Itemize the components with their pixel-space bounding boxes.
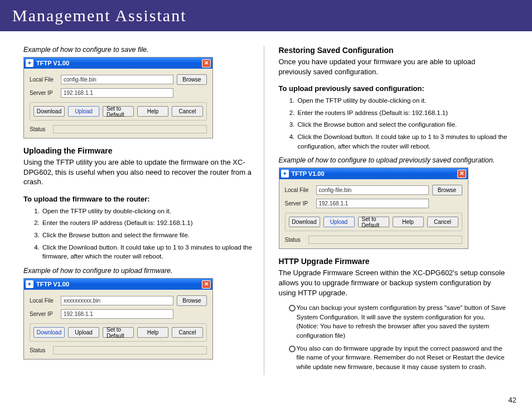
list-item: Click the Download button. It could take… [41,243,254,261]
heading-uploading-firmware: Uploading the Firmware [23,146,254,155]
page-number: 42 [509,396,516,404]
caption-upload-firmware: Example of how to configure to upload fi… [23,267,254,275]
browse-button[interactable]: Browse [177,295,207,306]
upload-button[interactable]: Upload [68,327,99,338]
left-column: Example of how to configure to save file… [23,46,264,375]
download-button[interactable]: Download [289,217,320,227]
list-item: You also can do firmware upgrade by inpu… [289,344,509,372]
steps-upload-firmware: Open the TFTP utility by double-clicking… [23,207,254,261]
app-icon [26,280,33,288]
tftp-dialog-upload-fw: TFTP V1.00 ✕ Local File Browse Server IP… [23,278,213,360]
download-button[interactable]: Download [33,327,65,338]
local-file-input[interactable] [316,185,429,195]
dialog-titlebar: TFTP V1.00 ✕ [279,168,468,179]
dialog-title: TFTP V1.00 [292,170,325,177]
status-label: Status [285,237,305,243]
right-column: Restoring Saved Configuration Once you h… [275,46,509,375]
server-ip-label: Server IP [30,311,57,317]
help-button[interactable]: Help [137,327,168,338]
local-file-label: Local File [30,298,57,304]
status-label: Status [30,126,50,132]
text-http-upgrade: The Upgrade Firmware Screen within the X… [279,268,509,298]
close-icon[interactable]: ✕ [202,280,211,289]
local-file-label: Local File [30,76,57,83]
cancel-button[interactable]: Cancel [427,217,458,227]
status-bar [308,236,462,244]
dialog-title: TFTP V1.00 [36,281,69,288]
close-icon[interactable]: ✕ [457,170,466,178]
text-uploading-firmware: Using the TFTP utility you are able to u… [23,157,254,187]
server-ip-input[interactable] [61,309,173,319]
dialog-title: TFTP V1.00 [36,60,69,66]
server-ip-input[interactable] [316,199,429,208]
list-item: Click the Browse button and select the f… [41,231,254,240]
help-button[interactable]: Help [393,217,424,227]
steps-upload-config: Open the TFTP utility by double-clicking… [279,96,509,151]
subheading-upload-config: To upload previously saved configuration… [279,84,509,93]
page-body: Example of how to configure to save file… [0,31,532,375]
bullets-http: You can backup your system configuration… [279,303,509,372]
caption-save-file: Example of how to configure to save file… [23,46,254,54]
server-ip-input[interactable] [61,88,173,98]
local-file-label: Local File [285,187,313,193]
browse-button[interactable]: Browse [432,185,462,195]
list-item: Open the TFTP utility by double-clicking… [41,207,254,216]
local-file-input[interactable] [61,296,173,305]
status-bar [53,346,207,354]
upload-button[interactable]: Upload [323,217,355,227]
list-item: Click the Download button. It could take… [297,132,509,151]
header-bar: Management Assistant [0,0,532,31]
download-button[interactable]: Download [33,106,65,117]
tftp-dialog-upload-config: TFTP V1.00 ✕ Local File Browse Server IP… [279,167,468,249]
browse-button[interactable]: Browse [177,74,207,85]
local-file-input[interactable] [61,75,173,84]
tftp-dialog-save: TFTP V1.00 ✕ Local File Browse Server IP… [23,57,213,138]
list-item: Open the TFTP utility by double-clicking… [297,96,509,106]
status-bar [53,125,207,133]
dialog-titlebar: TFTP V1.00 ✕ [24,279,212,290]
set-default-button[interactable]: Set to Default [103,327,134,338]
set-default-button[interactable]: Set to Default [358,217,389,227]
help-button[interactable]: Help [137,106,168,117]
list-item: You can backup your system configuration… [289,303,509,341]
set-default-button[interactable]: Set to Default [103,106,134,117]
upload-button[interactable]: Upload [68,106,99,117]
cancel-button[interactable]: Cancel [172,106,203,117]
cancel-button[interactable]: Cancel [172,327,203,338]
server-ip-label: Server IP [30,90,57,96]
text-restoring: Once you have updated your firmware you … [279,57,509,76]
list-item: Click the Browse button and select the c… [297,120,509,130]
app-icon [281,170,289,178]
list-item: Enter the routers IP address (Default is… [41,218,254,228]
heading-restoring: Restoring Saved Configuration [279,46,509,55]
server-ip-label: Server IP [285,200,313,207]
heading-http-upgrade: HTTP Upgrade Firmware [279,257,509,266]
subheading-upload-router: To upload the firmware to the router: [23,195,254,203]
page-title: Management Assistant [12,6,186,25]
caption-upload-config: Example of how to configure to upload pr… [279,156,509,164]
app-icon [26,59,33,67]
status-label: Status [30,347,50,353]
close-icon[interactable]: ✕ [202,59,211,68]
list-item: Enter the routers IP address (Default is… [297,108,509,118]
dialog-titlebar: TFTP V1.00 ✕ [24,58,212,69]
